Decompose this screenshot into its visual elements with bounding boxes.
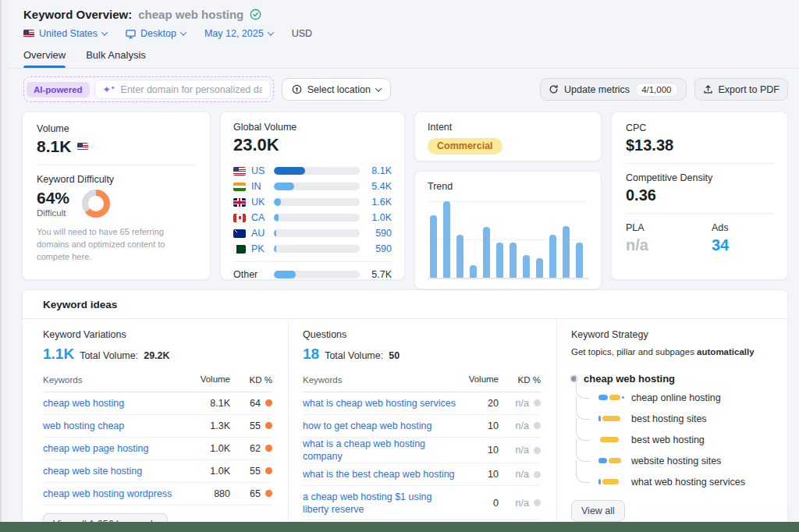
strategy-subtopic[interactable]: best hosting sites [598, 408, 772, 429]
select-location-dropdown[interactable]: Select location [282, 78, 391, 101]
competitive-density-label: Competitive Density [626, 172, 773, 183]
device-selector[interactable]: Desktop [126, 28, 186, 39]
country-code-link[interactable]: UK [251, 197, 268, 207]
device-selector-label: Desktop [140, 28, 176, 39]
global-volume-other-row: Other 5.7K [233, 267, 392, 282]
ads-value[interactable]: 34 [712, 236, 729, 254]
topic-progress-bar [598, 458, 624, 463]
keyword-link[interactable]: a cheap web hosting $1 using liberty res… [303, 491, 463, 516]
chevron-down-icon [101, 29, 108, 35]
intent-trend-column: Intent Commercial Trend [414, 112, 602, 280]
questions-count[interactable]: 18 [303, 346, 319, 363]
keyword-ideas-card: Keyword ideas Keyword Variations 1.1K To… [22, 289, 788, 532]
country-code-link[interactable]: CA [251, 212, 268, 223]
global-volume-row: IN 5.4K [233, 179, 392, 194]
us-flag-icon [77, 143, 88, 151]
table-row: what is cheap web hosting services 20 n/… [303, 392, 541, 415]
kd-cell: n/a [499, 498, 541, 509]
col-kd: KD % [499, 374, 541, 386]
tab-bulk-analysis[interactable]: Bulk Analysis [86, 49, 146, 68]
keyword-link[interactable]: what is cheap web hosting services [303, 397, 463, 410]
variations-total-label: Total Volume: [80, 350, 138, 361]
australia-flag-icon [233, 229, 246, 238]
kd-dot-icon [534, 399, 541, 406]
country-code-link[interactable]: IN [251, 181, 268, 192]
toolbar: AI-powered ✦✦ Select location Update met [23, 76, 788, 102]
keyword-link[interactable]: cheap web hosting wordpress [43, 488, 194, 500]
trend-bar [549, 235, 556, 278]
tab-overview[interactable]: Overview [23, 49, 66, 68]
ads-label: Ads [712, 222, 729, 233]
keyword-link[interactable]: what is a cheap web hosting company [303, 438, 463, 463]
ai-domain-group: AI-powered ✦✦ [23, 76, 274, 102]
trend-label: Trend [428, 181, 588, 192]
select-location-label: Select location [307, 84, 371, 95]
desktop-icon [126, 29, 136, 39]
trend-bar [430, 215, 437, 278]
trend-card: Trend [414, 171, 602, 289]
toolbar-right: Update metrics 4/1,000 Export to PDF [540, 78, 788, 101]
kd-cell: 55 [230, 466, 272, 477]
col-keywords: Keywords [303, 374, 463, 386]
country-selector[interactable]: United States [23, 28, 107, 39]
kd-dot-icon [534, 471, 541, 478]
questions-label: Questions [303, 329, 541, 340]
keyword-link[interactable]: how to get cheap web hosting [303, 420, 463, 432]
volume-cell: 880 [194, 488, 230, 499]
global-volume-label: Global Volume [233, 122, 392, 133]
global-volume-row: AU 590 [233, 225, 392, 241]
strategy-subtopic[interactable]: cheap online hosting [598, 387, 772, 408]
table-row: how to get cheap web hosting 10 n/a [303, 415, 541, 438]
subtopic-label: best web hosting [631, 434, 705, 445]
questions-column: Questions 18 Total Volume: 50 Keywords V… [288, 319, 556, 532]
country-volume-link[interactable]: 8.1K [365, 165, 392, 176]
country-volume-link[interactable]: 1.0K [365, 212, 392, 223]
subtopic-label: best hosting sites [631, 413, 707, 424]
view-all-strategy-button[interactable]: View all [571, 500, 625, 522]
country-code-link[interactable]: PK [251, 243, 268, 254]
page-title: Keyword Overview: [23, 8, 132, 21]
date-selector[interactable]: May 12, 2025 [204, 28, 273, 39]
strategy-subtopic[interactable]: what web hosting services [598, 471, 772, 492]
variations-count[interactable]: 1.1K [43, 346, 74, 363]
global-volume-card: Global Volume 23.0K US 8.1K IN 5.4K UK 1… [220, 112, 405, 280]
sparkles-icon: ✦✦ [103, 85, 115, 94]
keyword-link[interactable]: cheap web site hosting [43, 465, 194, 477]
ai-powered-badge: AI-powered [27, 82, 90, 98]
global-volume-row: UK 1.6K [233, 194, 392, 210]
keyword-link[interactable]: what is the best cheap web hosting [303, 468, 463, 481]
col-volume: Volume [463, 374, 499, 386]
country-volume-link[interactable]: 590 [365, 228, 392, 239]
variations-table: Keywords Volume KD % cheap web hosting 8… [43, 374, 272, 505]
trend-bar-chart [428, 201, 588, 279]
update-metrics-button[interactable]: Update metrics 4/1,000 [540, 78, 686, 101]
country-code-link[interactable]: US [251, 165, 268, 176]
divider [626, 213, 773, 214]
keyword-link[interactable]: cheap web page hosting [43, 442, 194, 455]
intent-label: Intent [428, 122, 588, 133]
keyword-link[interactable]: cheap web hosting [43, 397, 194, 410]
chevron-down-icon [267, 29, 273, 35]
country-volume-link[interactable]: 5.4K [365, 181, 392, 192]
strategy-subtopic[interactable]: best web hosting [598, 429, 772, 450]
country-code-link[interactable]: AU [251, 228, 268, 239]
keyword-link[interactable]: web hosting cheap [43, 420, 194, 432]
table-row: cheap web hosting 8.1K 64 [43, 392, 272, 415]
questions-table: Keywords Volume KD % what is cheap web h… [303, 374, 541, 520]
other-volume-value: 5.7K [365, 269, 392, 280]
intent-commercial-badge[interactable]: Commercial [428, 138, 502, 154]
volume-cell: 8.1K [194, 398, 230, 409]
country-volume-link[interactable]: 590 [365, 243, 392, 254]
table-header: Keywords Volume KD % [303, 374, 541, 392]
strategy-root-keyword[interactable]: cheap web hosting [584, 373, 675, 385]
country-volume-link[interactable]: 1.6K [365, 197, 392, 207]
intent-card: Intent Commercial [414, 112, 602, 161]
domain-input[interactable] [121, 84, 262, 95]
trend-bar [523, 255, 530, 278]
strategy-subtopic[interactable]: website hosting sites [598, 450, 772, 471]
us-flag-icon [233, 167, 246, 176]
bottom-green-bar [0, 522, 799, 532]
volume-cell: 10 [463, 445, 499, 456]
export-to-pdf-button[interactable]: Export to PDF [694, 78, 789, 101]
trend-bar [510, 243, 517, 278]
